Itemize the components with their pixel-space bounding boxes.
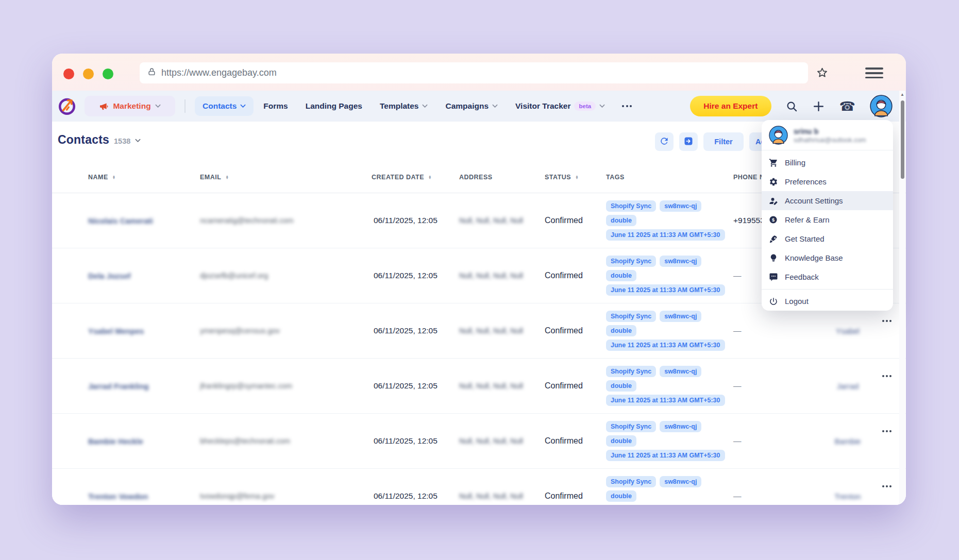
owner-name: Ysabel xyxy=(822,327,873,335)
tag-pill[interactable]: Shopify Sync xyxy=(606,366,656,377)
owner-name: Trenton xyxy=(822,492,873,501)
menu-item-billing[interactable]: Billing xyxy=(762,153,893,172)
app-switcher-marketing[interactable]: Marketing xyxy=(85,96,175,116)
tag-pill[interactable]: sw8nwc-qj xyxy=(660,200,701,212)
tag-pill[interactable]: double xyxy=(606,325,636,336)
table-row[interactable]: Ysabel Menpes ymenpesq@census.gov 06/11/… xyxy=(52,303,906,359)
tag-pill[interactable]: June 11 2025 at 11:33 AM GMT+5:30 xyxy=(606,284,725,296)
minimize-window-button[interactable] xyxy=(83,69,94,79)
search-icon[interactable] xyxy=(786,100,798,112)
contact-address: Null, Null, Null, Null xyxy=(459,327,545,335)
browser-menu-icon[interactable] xyxy=(865,67,883,78)
table-row[interactable]: Bambie Heckle bheckleps@technorati.com 0… xyxy=(52,414,906,469)
refresh-button[interactable] xyxy=(655,132,674,151)
gear-icon xyxy=(769,177,778,186)
tag-pill[interactable]: sw8nwc-qj xyxy=(660,311,701,322)
table-row[interactable]: Trenton Vowdon tvowdonqp@fema.gov 06/11/… xyxy=(52,469,906,505)
add-new-icon[interactable] xyxy=(812,100,825,113)
tag-pill[interactable]: sw8nwc-qj xyxy=(660,256,701,267)
phone-value: — xyxy=(733,436,822,446)
tag-pill[interactable]: double xyxy=(606,490,636,502)
address-bar[interactable]: https://www.engagebay.com xyxy=(140,62,808,83)
nav-item-templates[interactable]: Templates xyxy=(372,96,436,116)
tag-pill[interactable]: June 11 2025 at 11:33 AM GMT+5:30 xyxy=(606,229,725,241)
nav-item-contacts[interactable]: Contacts xyxy=(195,96,254,116)
scrollbar-thumb[interactable] xyxy=(901,100,904,179)
menu-item-get-started[interactable]: Get Started xyxy=(762,229,893,248)
sort-icon[interactable]: ▲▼ xyxy=(225,175,229,179)
user-avatar xyxy=(769,126,788,145)
tag-pill[interactable]: Shopify Sync xyxy=(606,311,656,322)
row-actions-menu[interactable] xyxy=(873,430,900,432)
contacts-count: 1538 xyxy=(114,137,130,145)
maximize-window-button[interactable] xyxy=(103,69,113,79)
chat-icon xyxy=(769,273,778,282)
tag-pill[interactable]: double xyxy=(606,215,636,226)
created-date: 06/11/2025, 12:05 xyxy=(372,381,459,391)
filter-button[interactable]: Filter xyxy=(703,132,744,151)
tag-pill[interactable]: June 11 2025 at 11:33 AM GMT+5:30 xyxy=(606,395,725,406)
chevron-down-icon xyxy=(492,104,498,108)
tag-pill[interactable]: Shopify Sync xyxy=(606,476,656,487)
engagebay-logo[interactable] xyxy=(57,96,77,116)
column-header-email: EMAIL▲▼ xyxy=(200,174,372,181)
row-actions-menu[interactable] xyxy=(873,485,900,487)
account-menu-header: srinu b sdhathrisai@outlook.com xyxy=(762,120,893,150)
menu-item-refer-earn[interactable]: $ Refer & Earn xyxy=(762,210,893,229)
nav-item-forms[interactable]: Forms xyxy=(256,96,295,116)
bookmark-star-icon[interactable] xyxy=(816,66,829,81)
page-scrollbar[interactable]: ▲ xyxy=(899,91,905,505)
table-row[interactable]: Jarrad Frankling jfranklingrp@symantec.c… xyxy=(52,359,906,414)
status-value: Confirmed xyxy=(545,381,606,391)
menu-item-logout[interactable]: Logout xyxy=(762,292,893,311)
close-window-button[interactable] xyxy=(63,69,74,79)
tag-pill[interactable]: Shopify Sync xyxy=(606,200,656,212)
menu-item-preferences[interactable]: Preferences xyxy=(762,172,893,191)
contact-name[interactable]: Trenton Vowdon xyxy=(88,492,200,501)
import-export-button[interactable] xyxy=(679,132,698,151)
contact-name[interactable]: Dela Jozsef xyxy=(88,271,200,280)
menu-item-feedback[interactable]: Feedback xyxy=(762,267,893,286)
tag-pill[interactable]: Shopify Sync xyxy=(606,421,656,432)
nav-more-button[interactable] xyxy=(622,105,632,107)
nav-divider xyxy=(184,99,186,113)
contact-name[interactable]: Nicolais Camerati xyxy=(88,216,200,225)
user-avatar[interactable] xyxy=(870,95,893,117)
tag-pill[interactable]: June 11 2025 at 11:33 AM GMT+5:30 xyxy=(606,450,725,461)
nav-item-campaigns[interactable]: Campaigns xyxy=(438,96,506,116)
beta-badge: beta xyxy=(574,101,596,111)
tag-pill[interactable]: sw8nwc-qj xyxy=(660,476,701,487)
menu-item-knowledge-base[interactable]: Knowledge Base xyxy=(762,248,893,267)
menu-item-account-settings[interactable]: Account Settings xyxy=(762,191,893,210)
contact-name[interactable]: Ysabel Menpes xyxy=(88,327,200,335)
tags-cell: Shopify Syncsw8nwc-qj double June 11 202… xyxy=(606,311,733,351)
nav-item-landing-pages[interactable]: Landing Pages xyxy=(298,96,370,116)
tag-pill[interactable]: sw8nwc-qj xyxy=(660,366,701,377)
tags-cell: Shopify Syncsw8nwc-qj double June 11 202… xyxy=(606,366,733,406)
sort-icon[interactable]: ▲▼ xyxy=(112,175,116,179)
chevron-down-icon xyxy=(422,104,428,108)
column-header-created: CREATED DATE▲▼ xyxy=(372,174,459,181)
row-actions-menu[interactable] xyxy=(873,320,900,322)
user-email: sdhathrisai@outlook.com xyxy=(794,137,866,144)
contact-name[interactable]: Bambie Heckle xyxy=(88,437,200,446)
call-icon[interactable]: ☎ xyxy=(839,100,855,113)
tag-pill[interactable]: double xyxy=(606,380,636,392)
chevron-down-icon xyxy=(599,104,605,108)
scroll-up-icon[interactable]: ▲ xyxy=(899,92,905,97)
owner-name: Jarrad xyxy=(822,382,873,391)
tag-pill[interactable]: double xyxy=(606,270,636,281)
chevron-down-icon[interactable] xyxy=(135,135,141,145)
url-text[interactable]: https://www.engagebay.com xyxy=(161,67,277,78)
hire-expert-button[interactable]: Hire an Expert xyxy=(690,96,771,116)
sort-icon[interactable]: ▲▼ xyxy=(575,175,579,179)
tag-pill[interactable]: double xyxy=(606,435,636,447)
contact-name[interactable]: Jarrad Frankling xyxy=(88,382,200,391)
window-controls xyxy=(63,69,113,79)
tag-pill[interactable]: June 11 2025 at 11:33 AM GMT+5:30 xyxy=(606,340,725,351)
tag-pill[interactable]: sw8nwc-qj xyxy=(660,421,701,432)
row-actions-menu[interactable] xyxy=(873,375,900,377)
sort-icon[interactable]: ▲▼ xyxy=(428,175,432,179)
tag-pill[interactable]: Shopify Sync xyxy=(606,256,656,267)
nav-item-visitor-tracker[interactable]: Visitor Tracker beta xyxy=(508,96,613,116)
